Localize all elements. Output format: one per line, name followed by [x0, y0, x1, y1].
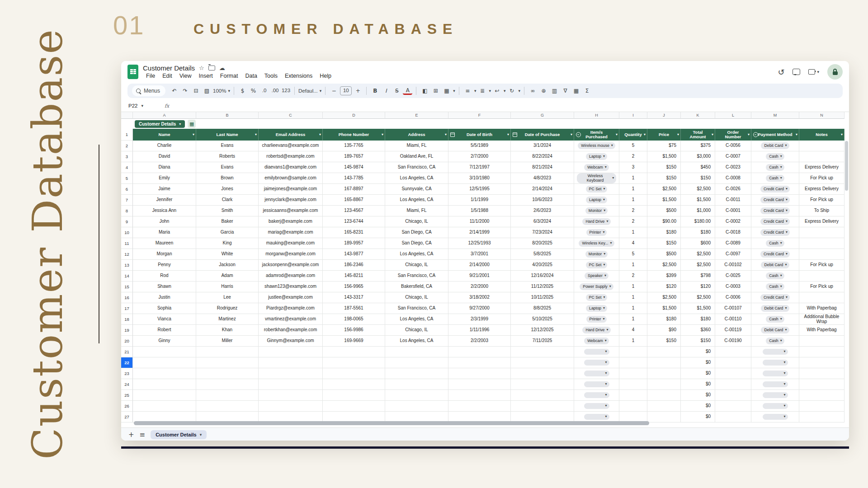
- payment-dropdown-chip[interactable]: ▾: [763, 371, 788, 376]
- cell-r7-c3[interactable]: 165-8867: [323, 195, 385, 206]
- cell-r4-c2[interactable]: diaevans1@example.com: [259, 162, 323, 173]
- cell-r14-c12[interactable]: Cash▾: [751, 271, 799, 282]
- cell-r3-c10[interactable]: $3,000: [681, 151, 715, 162]
- cell-r11-c9[interactable]: $150: [647, 238, 681, 249]
- cell-r6-c6[interactable]: 2/14/2024: [511, 184, 574, 195]
- paint-format-button[interactable]: ▧: [202, 85, 212, 96]
- cell-r9-c11[interactable]: C-0002: [715, 216, 751, 227]
- insert-chart-button[interactable]: ▥: [550, 85, 559, 96]
- cell-r8-c4[interactable]: Miami, FL: [385, 206, 448, 216]
- payment-dropdown-chip[interactable]: Credit Card▾: [760, 251, 790, 258]
- cell-r10-c4[interactable]: San Diego, CA: [385, 227, 448, 238]
- merge-cells-button[interactable]: ▦ ▾: [442, 85, 455, 96]
- cell-r9-c12[interactable]: Credit Card▾: [751, 216, 799, 227]
- cell-r8-c8[interactable]: 2: [619, 206, 647, 216]
- table-menu-button[interactable]: ▦: [188, 120, 196, 128]
- more-formats-button[interactable]: 123: [281, 85, 291, 96]
- cell-r23-c11[interactable]: [715, 368, 751, 379]
- cell-r9-c10[interactable]: $180.00: [681, 216, 715, 227]
- cell-r20-c4[interactable]: Los Angeles, CA: [385, 336, 448, 347]
- cell-r7-c0[interactable]: Jennifer: [133, 195, 196, 206]
- cell-r23-c7[interactable]: ▾: [574, 368, 619, 379]
- format-percent-button[interactable]: %: [249, 85, 258, 96]
- row-number-2[interactable]: 2: [121, 141, 133, 151]
- cell-r17-c12[interactable]: Debit Card▾: [751, 303, 799, 314]
- cell-r26-c5[interactable]: [448, 401, 511, 412]
- row-number-25[interactable]: 25: [121, 390, 133, 401]
- cell-r5-c5[interactable]: 3/10/1980: [448, 173, 511, 184]
- cell-r24-c9[interactable]: [647, 379, 681, 390]
- cell-r9-c6[interactable]: 6/3/2024: [511, 216, 574, 227]
- cell-r4-c0[interactable]: Diana: [133, 162, 196, 173]
- cell-r21-c13[interactable]: [799, 347, 844, 357]
- cell-r11-c12[interactable]: Cash▾: [751, 238, 799, 249]
- cell-r16-c6[interactable]: 10/11/2025: [511, 292, 574, 303]
- cell-r26-c7[interactable]: ▾: [574, 401, 619, 412]
- cell-r18-c0[interactable]: Vianca: [133, 314, 196, 325]
- cell-r11-c2[interactable]: mauking@example.com: [259, 238, 323, 249]
- menu-edit[interactable]: Edit: [159, 72, 175, 80]
- cell-r19-c0[interactable]: Robert: [133, 325, 196, 336]
- cell-r18-c1[interactable]: Martinez: [196, 314, 259, 325]
- item-dropdown-chip[interactable]: Wireless mouse▾: [578, 142, 615, 149]
- cell-r16-c11[interactable]: C-0006: [715, 292, 751, 303]
- cell-r15-c2[interactable]: shawn123@example.com: [259, 282, 323, 292]
- cell-r23-c8[interactable]: [619, 368, 647, 379]
- cell-r4-c4[interactable]: San Francisco, CA: [385, 162, 448, 173]
- item-dropdown-chip[interactable]: PC Set▾: [586, 262, 608, 268]
- add-sheet-button[interactable]: +: [128, 431, 134, 439]
- cell-r26-c4[interactable]: [385, 401, 448, 412]
- cell-r25-c7[interactable]: ▾: [574, 390, 619, 401]
- row-number-9[interactable]: 9: [121, 216, 133, 227]
- bold-button[interactable]: B: [370, 85, 380, 96]
- cell-r24-c1[interactable]: [196, 379, 259, 390]
- cell-r13-c12[interactable]: Debit Card▾: [751, 260, 799, 271]
- item-dropdown-chip[interactable]: ▾: [584, 392, 609, 398]
- cell-r5-c3[interactable]: 143-7785: [323, 173, 385, 184]
- row-number-23[interactable]: 23: [121, 368, 133, 379]
- column-letter-F[interactable]: F: [448, 112, 511, 119]
- cell-r23-c4[interactable]: [385, 368, 448, 379]
- cell-r6-c2[interactable]: jaimejones@example.com: [259, 184, 323, 195]
- cell-r17-c5[interactable]: 9/27/2000: [448, 303, 511, 314]
- cell-r18-c7[interactable]: Printer▾: [574, 314, 619, 325]
- payment-dropdown-chip[interactable]: Cash▾: [766, 153, 784, 160]
- cell-r12-c10[interactable]: $2,500: [681, 249, 715, 260]
- payment-dropdown-chip[interactable]: ▾: [763, 360, 788, 366]
- cell-r6-c11[interactable]: C-0026: [715, 184, 751, 195]
- cell-r6-c5[interactable]: 12/5/1995: [448, 184, 511, 195]
- cell-r26-c11[interactable]: [715, 401, 751, 412]
- cell-r9-c8[interactable]: 2: [619, 216, 647, 227]
- cell-r3-c11[interactable]: C-0007: [715, 151, 751, 162]
- menu-help[interactable]: Help: [316, 72, 335, 80]
- cell-r18-c11[interactable]: C-00110: [715, 314, 751, 325]
- menu-file[interactable]: File: [143, 72, 158, 80]
- cell-r21-c4[interactable]: [385, 347, 448, 357]
- header-email-address[interactable]: Email Address▾: [259, 129, 323, 141]
- all-sheets-button[interactable]: ≡: [140, 431, 146, 439]
- cell-r2-c3[interactable]: 135-7765: [323, 141, 385, 151]
- meet-button[interactable]: ▾: [808, 69, 819, 75]
- column-letter-A[interactable]: A: [133, 112, 196, 119]
- row-number-24[interactable]: 24: [121, 379, 133, 390]
- cell-r13-c10[interactable]: $2,500: [681, 260, 715, 271]
- column-letter-N[interactable]: N: [799, 112, 844, 119]
- cell-r3-c7[interactable]: Laptop▾: [574, 151, 619, 162]
- grid-corner[interactable]: [121, 112, 133, 119]
- cell-r3-c4[interactable]: Oakland Ave, FL: [385, 151, 448, 162]
- increase-font-size-button[interactable]: +: [353, 85, 363, 96]
- cell-r24-c10[interactable]: $0: [681, 379, 715, 390]
- row-number-11[interactable]: 11: [121, 238, 133, 249]
- cell-r5-c4[interactable]: Los Angeles, CA: [385, 173, 448, 184]
- cell-r13-c9[interactable]: $2,500: [647, 260, 681, 271]
- cell-r27-c13[interactable]: [799, 412, 844, 422]
- cell-r2-c1[interactable]: Evans: [196, 141, 259, 151]
- cell-r4-c12[interactable]: Cash▾: [751, 162, 799, 173]
- cell-r6-c8[interactable]: 1: [619, 184, 647, 195]
- item-dropdown-chip[interactable]: Laptop▾: [586, 153, 607, 160]
- cell-r9-c2[interactable]: bakerj@example.com: [259, 216, 323, 227]
- cell-r5-c6[interactable]: 4/8/2023: [511, 173, 574, 184]
- decrease-decimal-button[interactable]: .0: [259, 85, 269, 96]
- cell-r6-c13[interactable]: Express Delivery: [799, 184, 844, 195]
- cell-r5-c0[interactable]: Emily: [133, 173, 196, 184]
